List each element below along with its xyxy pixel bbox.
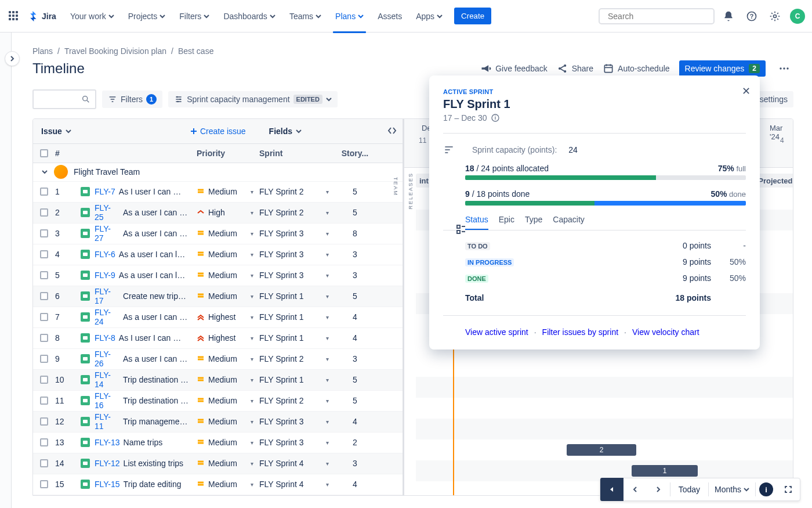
issue-search[interactable] <box>32 89 96 109</box>
issue-row[interactable]: 4 FLY-6As a user I can log i... Medium▾ … <box>33 244 403 265</box>
row-checkbox[interactable] <box>40 480 48 488</box>
sprint-dropdown[interactable]: ▾ <box>326 419 329 425</box>
sprint-dropdown[interactable]: ▾ <box>326 356 329 362</box>
priority-dropdown[interactable]: ▾ <box>251 272 253 279</box>
sprint-dropdown[interactable]: ▾ <box>326 272 329 279</box>
issue-row[interactable]: 2 FLY-25As a user I can up... High▾ FLY … <box>33 203 403 224</box>
breadcrumb-item[interactable]: Best case <box>178 46 213 56</box>
priority-dropdown[interactable]: ▾ <box>251 419 253 425</box>
create-issue-button[interactable]: Create issue <box>190 127 246 136</box>
sprint-dropdown[interactable]: ▾ <box>326 460 329 467</box>
popover-tab-epic[interactable]: Epic <box>499 215 514 230</box>
issue-key[interactable]: FLY-25 <box>95 203 119 222</box>
more-actions-button[interactable] <box>775 59 793 78</box>
scroll-to-start-button[interactable] <box>600 478 624 501</box>
priority-dropdown[interactable]: ▾ <box>251 293 253 300</box>
row-checkbox[interactable] <box>40 459 48 467</box>
issue-column-header[interactable]: Issue <box>33 127 190 136</box>
issue-key[interactable]: FLY-27 <box>95 224 119 243</box>
collapse-icon[interactable] <box>41 168 48 175</box>
sprint-capacity-button[interactable]: Sprint capacity management EDITED <box>168 91 338 107</box>
give-feedback-button[interactable]: Give feedback <box>480 63 548 74</box>
priority-dropdown[interactable]: ▾ <box>251 398 253 404</box>
sprint-dropdown[interactable]: ▾ <box>326 293 329 300</box>
popover-tab-type[interactable]: Type <box>525 215 542 230</box>
gantt-bar[interactable]: 1 <box>632 465 698 477</box>
sprint-dropdown[interactable]: ▾ <box>326 481 329 488</box>
nav-item-your-work[interactable]: Your work <box>64 8 120 24</box>
priority-dropdown[interactable]: ▾ <box>251 251 253 258</box>
sprint-dropdown[interactable]: ▾ <box>326 230 329 237</box>
filters-button[interactable]: Filters 1 <box>102 91 162 108</box>
issue-key[interactable]: FLY-9 <box>95 271 115 280</box>
popover-tab-status[interactable]: Status <box>465 215 488 230</box>
team-group-row[interactable]: Flight Travel Team <box>33 163 403 182</box>
grid-icon[interactable] <box>456 224 466 235</box>
issue-key[interactable]: FLY-6 <box>95 250 115 259</box>
close-button[interactable]: ✕ <box>742 85 751 98</box>
row-checkbox[interactable] <box>40 438 48 446</box>
issue-row[interactable]: 12 FLY-11Trip management f... Medium▾ FL… <box>33 412 403 433</box>
share-button[interactable]: Share <box>557 63 593 74</box>
user-avatar[interactable]: C <box>790 9 805 24</box>
issue-row[interactable]: 13 FLY-13Name trips Medium▾ FLY Sprint 3… <box>33 433 403 453</box>
sprint-dropdown[interactable]: ▾ <box>326 439 329 446</box>
sprint-dropdown[interactable]: ▾ <box>326 398 329 404</box>
issue-key[interactable]: FLY-17 <box>95 287 119 305</box>
issue-key[interactable]: FLY-16 <box>95 391 119 410</box>
row-checkbox[interactable] <box>40 292 48 300</box>
sprint-dropdown[interactable]: ▾ <box>326 314 329 320</box>
help-icon[interactable]: ? <box>742 7 761 26</box>
fullscreen-button[interactable] <box>777 478 800 501</box>
issue-row[interactable]: 7 FLY-24As a user I can cre... Highest▾ … <box>33 307 403 328</box>
sprint-dropdown[interactable]: ▾ <box>326 335 329 341</box>
issue-key[interactable]: FLY-15 <box>95 480 120 489</box>
issue-row[interactable]: 14 FLY-12List existing trips Medium▾ FLY… <box>33 453 403 474</box>
select-all-checkbox[interactable] <box>40 149 48 157</box>
sprint-dropdown[interactable]: ▾ <box>326 189 329 195</box>
popover-tab-capacity[interactable]: Capacity <box>553 215 584 230</box>
issue-row[interactable]: 9 FLY-26As a user I can pay... Medium▾ F… <box>33 349 403 370</box>
auto-schedule-button[interactable]: Auto-schedule <box>603 63 670 74</box>
nav-item-apps[interactable]: Apps <box>410 8 448 24</box>
priority-dropdown[interactable]: ▾ <box>251 314 253 320</box>
row-checkbox[interactable] <box>40 417 48 426</box>
row-checkbox[interactable] <box>40 229 48 237</box>
search-input[interactable] <box>608 12 709 21</box>
jira-logo[interactable]: Jira <box>27 10 56 23</box>
create-button[interactable]: Create <box>454 8 491 24</box>
view-velocity-link[interactable]: View velocity chart <box>632 327 699 337</box>
row-checkbox[interactable] <box>40 208 48 217</box>
issue-key[interactable]: FLY-24 <box>95 308 119 326</box>
today-button[interactable]: Today <box>670 485 708 494</box>
nav-item-assets[interactable]: Assets <box>372 8 408 24</box>
priority-dropdown[interactable]: ▾ <box>251 335 253 341</box>
review-changes-button[interactable]: Review changes2 <box>679 60 766 77</box>
global-search[interactable] <box>599 8 715 24</box>
legend-button[interactable]: i <box>759 482 773 496</box>
issue-row[interactable]: 6 FLY-17Create new trips wi... Medium▾ F… <box>33 286 403 307</box>
row-checkbox[interactable] <box>40 250 48 258</box>
issue-key[interactable]: FLY-7 <box>95 187 115 196</box>
priority-dropdown[interactable]: ▾ <box>251 481 253 488</box>
nav-item-filters[interactable]: Filters <box>173 8 215 24</box>
row-checkbox[interactable] <box>40 334 48 342</box>
issue-key[interactable]: FLY-14 <box>95 370 119 389</box>
row-checkbox[interactable] <box>40 313 48 321</box>
expand-columns-button[interactable] <box>387 126 397 137</box>
view-active-sprint-link[interactable]: View active sprint <box>465 327 528 337</box>
priority-dropdown[interactable]: ▾ <box>251 377 253 383</box>
row-checkbox[interactable] <box>40 376 48 384</box>
sprint-dropdown[interactable]: ▾ <box>326 377 329 383</box>
issue-key[interactable]: FLY-12 <box>95 459 120 468</box>
nav-item-projects[interactable]: Projects <box>122 8 172 24</box>
priority-dropdown[interactable]: ▾ <box>251 356 253 362</box>
priority-dropdown[interactable]: ▾ <box>251 460 253 467</box>
issue-row[interactable]: 8 FLY-8As I user I can book ... Highest▾… <box>33 328 403 349</box>
app-switcher-icon[interactable] <box>7 9 21 23</box>
priority-dropdown[interactable]: ▾ <box>251 230 253 237</box>
row-checkbox[interactable] <box>40 188 48 196</box>
issue-row[interactable]: 11 FLY-16Trip destination sel... Medium▾… <box>33 391 403 412</box>
row-checkbox[interactable] <box>40 355 48 363</box>
issue-key[interactable]: FLY-8 <box>95 333 115 343</box>
